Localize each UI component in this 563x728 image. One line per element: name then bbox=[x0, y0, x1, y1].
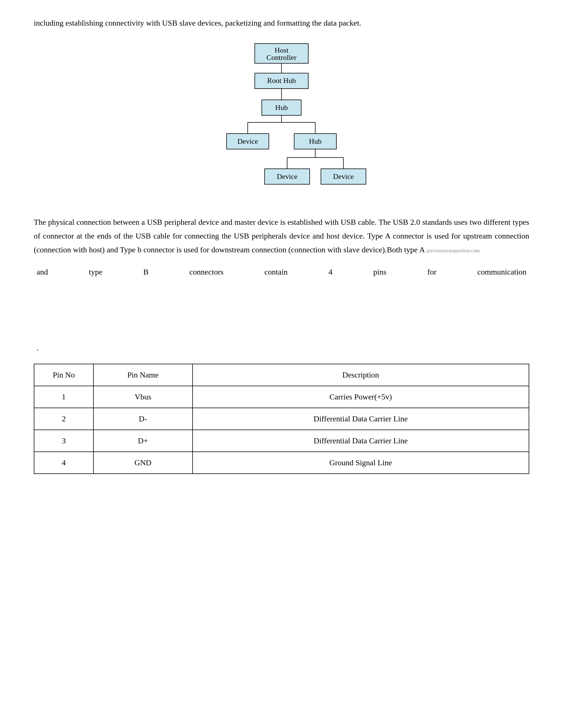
cell-pin-name: GND bbox=[93, 452, 192, 474]
pin-table: Pin No Pin Name Description 1VbusCarries… bbox=[34, 364, 529, 474]
word-connectors: connectors bbox=[189, 265, 223, 279]
svg-text:Root Hub: Root Hub bbox=[267, 77, 296, 85]
word-b: B bbox=[143, 265, 149, 279]
svg-text:Hub: Hub bbox=[275, 104, 288, 112]
table-row: 1VbusCarries Power(+5v) bbox=[34, 386, 529, 408]
table-row: 3D+Differential Data Carrier Line bbox=[34, 430, 529, 452]
svg-text:Device: Device bbox=[333, 172, 354, 181]
cell-pin-no: 3 bbox=[34, 430, 93, 452]
svg-text:Controller: Controller bbox=[266, 53, 297, 62]
cell-description: Carries Power(+5v) bbox=[192, 386, 529, 408]
cell-description: Differential Data Carrier Line bbox=[192, 408, 529, 430]
cell-pin-no: 1 bbox=[34, 386, 93, 408]
watermark-text: previousyearquestion.com bbox=[427, 248, 480, 253]
word-and: and bbox=[37, 265, 48, 279]
cell-description: Differential Data Carrier Line bbox=[192, 430, 529, 452]
word-for: for bbox=[427, 265, 437, 279]
header-description: Description bbox=[192, 364, 529, 386]
word-communication: communication bbox=[477, 265, 526, 279]
header-pin-no: Pin No bbox=[34, 364, 93, 386]
cell-pin-name: D- bbox=[93, 408, 192, 430]
spacer bbox=[34, 287, 529, 338]
table-header-row: Pin No Pin Name Description bbox=[34, 364, 529, 386]
body-paragraph: The physical connection between a USB pe… bbox=[34, 215, 529, 257]
intro-paragraph: including establishing connectivity with… bbox=[34, 17, 529, 30]
usb-tree-diagram: Host Controller Root Hub Hub Device Hub … bbox=[34, 41, 529, 198]
header-pin-name: Pin Name bbox=[93, 364, 192, 386]
word-pins: pins bbox=[373, 265, 387, 279]
svg-text:Device: Device bbox=[237, 137, 258, 145]
word-contain: contain bbox=[264, 265, 288, 279]
cell-pin-no: 2 bbox=[34, 408, 93, 430]
last-paragraph-line: and type B connectors contain 4 pins for… bbox=[34, 265, 529, 279]
word-type: type bbox=[89, 265, 102, 279]
cell-pin-name: D+ bbox=[93, 430, 192, 452]
cell-description: Ground Signal Line bbox=[192, 452, 529, 474]
svg-text:Host: Host bbox=[274, 46, 289, 54]
cell-pin-no: 4 bbox=[34, 452, 93, 474]
svg-text:Device: Device bbox=[277, 172, 298, 181]
svg-text:Hub: Hub bbox=[309, 137, 322, 145]
dot: . bbox=[37, 343, 529, 352]
word-four: 4 bbox=[329, 265, 333, 279]
cell-pin-name: Vbus bbox=[93, 386, 192, 408]
table-row: 2D-Differential Data Carrier Line bbox=[34, 408, 529, 430]
table-row: 4GNDGround Signal Line bbox=[34, 452, 529, 474]
